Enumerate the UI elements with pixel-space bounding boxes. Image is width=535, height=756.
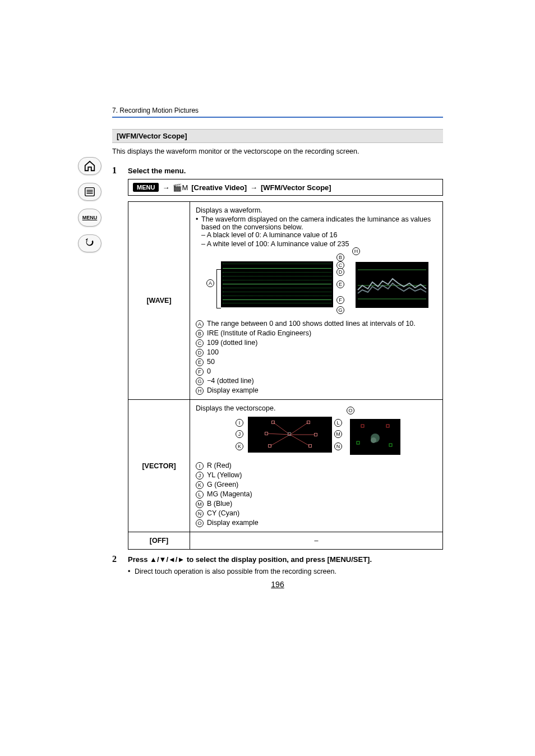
vector-description: Displays the vectorscope. bbox=[190, 400, 443, 532]
toc-button[interactable] bbox=[78, 183, 102, 201]
menu-path-box: MENU → 🎬M [Creative Video] → [WFM/Vector… bbox=[128, 179, 443, 196]
waveform-box bbox=[221, 261, 333, 307]
callout-text-E: 50 bbox=[207, 358, 215, 366]
vector-diagram: I J K L M N O bbox=[196, 417, 437, 456]
menu-item-1: [Creative Video] bbox=[191, 183, 247, 192]
svg-rect-16 bbox=[389, 444, 392, 446]
arrow-icon: → bbox=[250, 183, 257, 192]
step-2-text: Press ▲/▼/◄/► to select the display posi… bbox=[128, 554, 372, 564]
svg-line-8 bbox=[268, 434, 290, 435]
off-value: – bbox=[190, 532, 443, 550]
list-icon bbox=[84, 186, 96, 198]
callout-text-K: G (Green) bbox=[207, 481, 238, 488]
intro-text: This displays the waveform monitor or th… bbox=[112, 147, 443, 155]
vector-p1: Displays the vectorscope. bbox=[196, 404, 437, 412]
callout-B: B bbox=[336, 253, 344, 261]
callout-text-B: IRE (Institute of Radio Engineers) bbox=[207, 329, 311, 337]
page-number[interactable]: 196 bbox=[112, 580, 443, 589]
callout-L: L bbox=[334, 419, 342, 427]
table-row: [WAVE] Displays a waveform. • The wavefo… bbox=[128, 202, 443, 400]
sidebar: MENU bbox=[76, 157, 104, 252]
svg-line-9 bbox=[270, 435, 290, 446]
wave-p3: – A black level of 0: A luminance value … bbox=[196, 231, 437, 239]
step-1-text: Select the menu. bbox=[128, 165, 186, 175]
wave-p2: The waveform displayed on the camera ind… bbox=[201, 215, 437, 231]
wave-description: Displays a waveform. • The waveform disp… bbox=[190, 202, 443, 400]
chapter-heading: 7. Recording Motion Pictures bbox=[112, 107, 443, 117]
section-title: [WFM/Vector Scope] bbox=[112, 129, 443, 143]
step-2: 2 Press ▲/▼/◄/► to select the display po… bbox=[112, 554, 443, 564]
callout-I: I bbox=[236, 419, 243, 427]
svg-rect-13 bbox=[361, 425, 364, 427]
svg-point-18 bbox=[371, 437, 376, 443]
wave-p1: Displays a waveform. bbox=[196, 206, 437, 214]
callout-text-F: 0 bbox=[207, 367, 211, 375]
callout-H: H bbox=[352, 247, 360, 255]
options-table: [WAVE] Displays a waveform. • The wavefo… bbox=[128, 201, 443, 550]
step-1: 1 Select the menu. bbox=[112, 165, 443, 176]
table-row: [OFF] – bbox=[128, 532, 443, 550]
divider bbox=[112, 117, 443, 118]
step-2-note: •Direct touch operation is also possible… bbox=[128, 568, 443, 575]
svg-rect-14 bbox=[386, 425, 389, 427]
menu-button[interactable]: MENU bbox=[78, 209, 102, 227]
back-arrow-icon bbox=[84, 237, 96, 250]
table-row: [VECTOR] Displays the vectorscope. bbox=[128, 400, 443, 532]
option-wave: [WAVE] bbox=[128, 202, 190, 400]
svg-rect-15 bbox=[357, 441, 359, 444]
callout-text-D: 100 bbox=[207, 348, 219, 356]
callout-text-O: Display example bbox=[207, 519, 259, 527]
vectorscope-sample bbox=[350, 419, 400, 455]
video-mode-icon: 🎬M bbox=[173, 183, 188, 192]
callout-text-I: R (Red) bbox=[207, 462, 232, 469]
svg-line-10 bbox=[290, 422, 308, 435]
callout-O: O bbox=[347, 407, 354, 414]
svg-line-12 bbox=[290, 435, 310, 446]
callout-D: D bbox=[336, 268, 344, 276]
callout-A: A bbox=[206, 279, 214, 287]
home-icon bbox=[84, 160, 96, 172]
waveform-diagram: A B C D E F G H bbox=[196, 253, 437, 315]
callout-M: M bbox=[334, 430, 342, 438]
callout-text-G: −4 (dotted line) bbox=[207, 377, 254, 385]
callout-text-L: MG (Magenta) bbox=[207, 490, 252, 498]
menu-label: MENU bbox=[82, 215, 98, 220]
waveform-sample bbox=[356, 262, 428, 308]
arrow-icon: → bbox=[162, 183, 169, 192]
callout-N: N bbox=[334, 442, 342, 450]
page-content: 7. Recording Motion Pictures [WFM/Vector… bbox=[112, 107, 443, 589]
step-2-note-text: Direct touch operation is also possible … bbox=[135, 568, 336, 575]
option-off: [OFF] bbox=[128, 532, 190, 550]
option-vector: [VECTOR] bbox=[128, 400, 190, 532]
wave-p4: – A white level of 100: A luminance valu… bbox=[196, 240, 437, 248]
callout-text-A: The range between 0 and 100 shows dotted… bbox=[207, 320, 416, 328]
callout-K: K bbox=[236, 442, 243, 450]
back-button[interactable] bbox=[78, 234, 102, 252]
step-1-number: 1 bbox=[112, 165, 128, 176]
menu-badge: MENU bbox=[133, 183, 159, 192]
callout-text-J: YL (Yellow) bbox=[207, 471, 242, 479]
home-button[interactable] bbox=[78, 157, 102, 175]
callout-G: G bbox=[336, 306, 344, 314]
callout-text-N: CY (Cyan) bbox=[207, 509, 239, 517]
step-2-number: 2 bbox=[112, 554, 128, 564]
callout-F: F bbox=[336, 296, 344, 304]
callout-text-M: B (Blue) bbox=[207, 500, 232, 508]
callout-E: E bbox=[336, 280, 344, 288]
menu-item-2: [WFM/Vector Scope] bbox=[261, 183, 331, 192]
wave-bullet: • The waveform displayed on the camera i… bbox=[196, 215, 437, 231]
callout-text-H: Display example bbox=[207, 386, 259, 394]
callout-J: J bbox=[236, 430, 243, 438]
vectorscope-box bbox=[248, 417, 332, 453]
callout-text-C: 109 (dotted line) bbox=[207, 339, 257, 347]
